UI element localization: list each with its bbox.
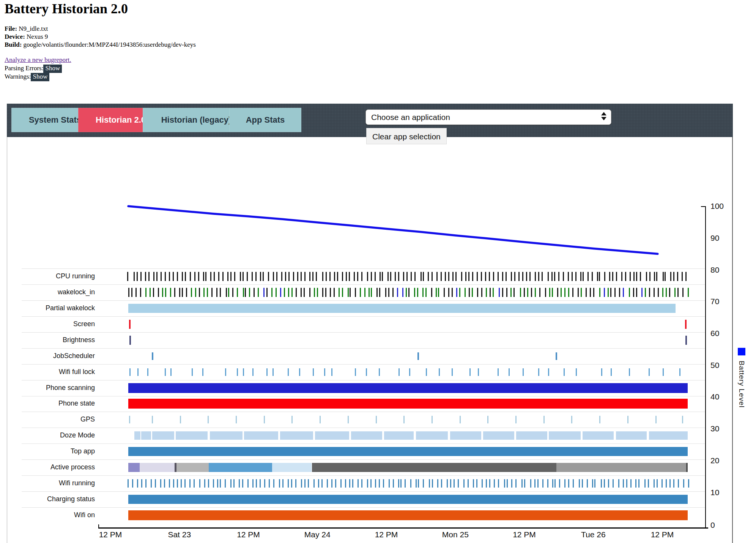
timeline-tick[interactable] — [324, 368, 325, 376]
timeline-tick[interactable] — [375, 479, 376, 488]
timeline-tick[interactable] — [321, 479, 323, 488]
timeline-tick[interactable] — [487, 416, 488, 423]
timeline-tick[interactable] — [203, 288, 205, 297]
timeline-tick[interactable] — [234, 272, 235, 281]
timeline-tick[interactable] — [348, 288, 349, 297]
timeline-bar[interactable] — [128, 399, 688, 409]
timeline-tick[interactable] — [515, 416, 517, 423]
timeline-tick[interactable] — [499, 288, 500, 297]
timeline-tick[interactable] — [162, 288, 163, 297]
timeline-tick[interactable] — [649, 272, 650, 281]
timeline-tick[interactable] — [408, 288, 410, 297]
timeline-tick[interactable] — [317, 288, 318, 297]
timeline-tick[interactable] — [247, 272, 248, 281]
timeline-tick[interactable] — [549, 288, 550, 297]
timeline-tick[interactable] — [654, 272, 655, 281]
timeline-tick[interactable] — [677, 272, 678, 281]
timeline-tick[interactable] — [460, 416, 461, 423]
timeline-tick[interactable] — [452, 272, 454, 281]
timeline-bar[interactable] — [450, 431, 482, 440]
timeline-tick[interactable] — [490, 288, 491, 297]
timeline-tick[interactable] — [357, 272, 358, 281]
timeline-tick[interactable] — [411, 272, 412, 281]
timeline-tick[interactable] — [522, 272, 523, 281]
timeline-tick[interactable] — [141, 479, 142, 488]
timeline-tick[interactable] — [432, 416, 433, 423]
timeline-tick[interactable] — [156, 272, 158, 281]
timeline-tick[interactable] — [161, 272, 162, 281]
timeline-tick[interactable] — [461, 272, 462, 281]
timeline-tick[interactable] — [402, 288, 403, 297]
timeline-tick[interactable] — [280, 288, 281, 297]
timeline-tick[interactable] — [552, 288, 553, 297]
timeline-tick[interactable] — [685, 272, 687, 281]
timeline-tick[interactable] — [524, 288, 525, 297]
timeline-tick[interactable] — [233, 479, 235, 488]
timeline-bar[interactable] — [616, 431, 647, 440]
timeline-tick[interactable] — [599, 272, 600, 281]
timeline-tick[interactable] — [152, 352, 153, 360]
timeline-tick[interactable] — [230, 272, 232, 281]
timeline-tick[interactable] — [644, 479, 646, 488]
timeline-tick[interactable] — [304, 479, 306, 488]
timeline-tick[interactable] — [326, 272, 327, 281]
timeline-tick[interactable] — [529, 272, 531, 281]
timeline-tick[interactable] — [210, 272, 211, 281]
timeline-tick[interactable] — [666, 479, 667, 488]
timeline-tick[interactable] — [308, 479, 309, 488]
timeline-tick[interactable] — [398, 479, 399, 488]
timeline-tick[interactable] — [478, 368, 479, 376]
app-select[interactable]: Choose an application — [365, 109, 611, 125]
timeline-tick[interactable] — [568, 272, 569, 281]
timeline-tick[interactable] — [291, 479, 292, 488]
timeline-tick[interactable] — [329, 272, 331, 281]
timeline-tick[interactable] — [403, 416, 405, 423]
timeline-tick[interactable] — [180, 416, 181, 423]
timeline-tick[interactable] — [185, 272, 186, 281]
timeline-tick[interactable] — [334, 272, 335, 281]
timeline-tick[interactable] — [561, 288, 562, 297]
timeline-tick[interactable] — [129, 416, 130, 423]
timeline-bar[interactable] — [312, 463, 556, 472]
timeline-tick[interactable] — [444, 288, 445, 297]
timeline-tick[interactable] — [604, 272, 605, 281]
timeline-tick[interactable] — [228, 288, 229, 297]
timeline-bar[interactable] — [128, 463, 140, 472]
timeline-tick[interactable] — [349, 479, 350, 488]
timeline-tick[interactable] — [263, 272, 264, 281]
timeline-tick[interactable] — [170, 288, 171, 297]
timeline-tick[interactable] — [520, 288, 521, 297]
timeline-tick[interactable] — [301, 288, 302, 297]
timeline-tick[interactable] — [208, 479, 209, 488]
timeline-tick[interactable] — [481, 272, 482, 281]
timeline-tick[interactable] — [630, 479, 632, 488]
timeline-tick[interactable] — [636, 272, 637, 281]
timeline-tick[interactable] — [380, 272, 381, 281]
timeline-tick[interactable] — [633, 272, 635, 281]
timeline-tick[interactable] — [203, 272, 204, 281]
timeline-tick[interactable] — [423, 272, 424, 281]
timeline-tick[interactable] — [403, 272, 404, 281]
timeline-tick[interactable] — [425, 288, 427, 297]
timeline-tick[interactable] — [580, 272, 581, 281]
timeline-tick[interactable] — [387, 272, 389, 281]
timeline-tick[interactable] — [177, 272, 178, 281]
timeline-tick[interactable] — [243, 288, 244, 297]
timeline-tick[interactable] — [432, 479, 433, 488]
timeline-tick[interactable] — [179, 288, 180, 297]
timeline-tick[interactable] — [137, 479, 138, 488]
timeline-tick[interactable] — [140, 288, 141, 297]
timeline-tick[interactable] — [552, 479, 553, 488]
timeline-bar[interactable] — [128, 383, 688, 393]
timeline-bar[interactable] — [134, 431, 140, 440]
timeline-tick[interactable] — [658, 288, 659, 297]
timeline-tick[interactable] — [225, 479, 226, 488]
timeline-tick[interactable] — [683, 479, 684, 488]
timeline-tick[interactable] — [271, 288, 272, 297]
timeline-tick[interactable] — [218, 272, 219, 281]
timeline-tick[interactable] — [465, 288, 466, 297]
timeline-tick[interactable] — [422, 288, 424, 297]
timeline-tick[interactable] — [190, 272, 191, 281]
timeline-tick[interactable] — [252, 368, 254, 376]
timeline-tick[interactable] — [486, 479, 487, 488]
